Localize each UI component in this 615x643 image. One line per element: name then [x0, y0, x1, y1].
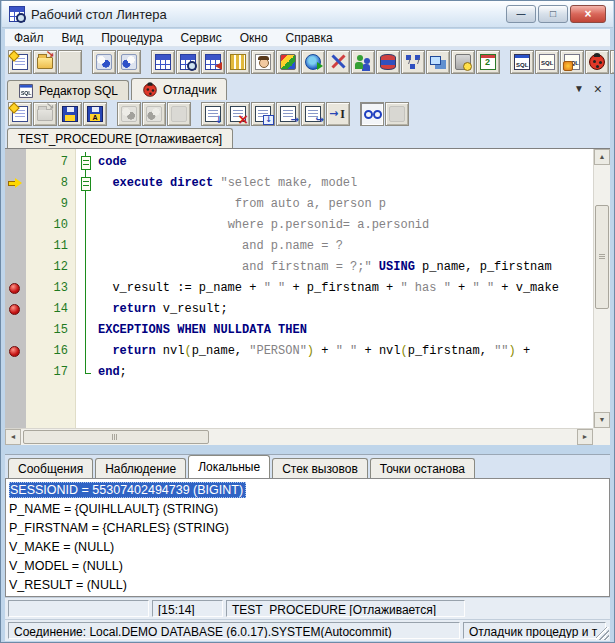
- status-procedure: TEST_PROCEDURE [Отлаживается]: [226, 600, 465, 617]
- code-line: 16 return nvl(p_name, "PERSON") + " " + …: [5, 341, 593, 362]
- users-button[interactable]: [251, 50, 275, 74]
- scroll-down-icon[interactable]: ▼: [594, 412, 610, 428]
- line-marker-cell[interactable]: [5, 341, 26, 362]
- step-into-button[interactable]: [251, 102, 275, 126]
- doc-x-icon: [230, 106, 246, 122]
- menu-item-5[interactable]: Справка: [277, 30, 342, 46]
- stations-button[interactable]: [426, 50, 450, 74]
- table-icon: [155, 54, 171, 70]
- menu-item-3[interactable]: Сервис: [172, 30, 231, 46]
- resize-grip[interactable]: [596, 627, 609, 640]
- tab-sql-editor[interactable]: Редактор SQL: [7, 80, 129, 100]
- finance-button[interactable]: [451, 50, 475, 74]
- scroll-up-icon[interactable]: ▲: [594, 149, 610, 165]
- step-over-button[interactable]: [276, 102, 300, 126]
- step-out-button[interactable]: [301, 102, 325, 126]
- vertical-scrollbar[interactable]: ▲ ▼: [593, 149, 610, 428]
- breakpoint-icon[interactable]: [9, 346, 20, 357]
- main-toolbar: [5, 47, 610, 77]
- line-marker-cell[interactable]: [5, 278, 26, 299]
- line-marker-cell[interactable]: [5, 299, 26, 320]
- network-button[interactable]: [401, 50, 425, 74]
- execute-button[interactable]: [301, 50, 325, 74]
- sql-console-button[interactable]: [535, 50, 559, 74]
- transfer-button[interactable]: [326, 50, 350, 74]
- list-item[interactable]: V_MAKE = (NULL): [6, 538, 609, 557]
- open-button[interactable]: [33, 50, 57, 74]
- fold-marker[interactable]: [76, 341, 96, 362]
- menu-item-1[interactable]: Вид: [53, 30, 93, 46]
- sql-assistant-button[interactable]: [560, 50, 584, 74]
- list-item[interactable]: P_FIRSTNAM = {CHARLES} (STRING): [6, 519, 609, 538]
- views-button[interactable]: [276, 50, 300, 74]
- disconnect-button[interactable]: [117, 50, 141, 74]
- database-button[interactable]: [376, 50, 400, 74]
- list-item[interactable]: P_NAME = {QUIHLLAULT} (STRING): [6, 500, 609, 519]
- run-to-cursor-button[interactable]: [326, 102, 350, 126]
- tab-debugger[interactable]: Отладчик: [131, 78, 227, 100]
- sql-editor-button[interactable]: [510, 50, 534, 74]
- list-item[interactable]: SESSIONID = 55307402494739 (BIGINT): [6, 481, 609, 500]
- breakpoint-icon[interactable]: [9, 304, 20, 315]
- tab-close-icon[interactable]: ×: [594, 82, 602, 96]
- line-marker-cell[interactable]: [5, 173, 26, 194]
- table-search-button[interactable]: [176, 50, 200, 74]
- code-editor[interactable]: 7code8 execute direct "select make, mode…: [5, 148, 610, 445]
- breakpoint-icon[interactable]: [9, 283, 20, 294]
- calendar-button[interactable]: [476, 50, 500, 74]
- new-procedure-button[interactable]: [8, 102, 32, 126]
- save-procedure-button[interactable]: [58, 102, 82, 126]
- connect-button[interactable]: [92, 50, 116, 74]
- locals-list[interactable]: SESSIONID = 55307402494739 (BIGINT)P_NAM…: [5, 478, 610, 597]
- list-item[interactable]: V_RESULT = (NULL): [6, 576, 609, 595]
- fold-marker[interactable]: [76, 278, 96, 299]
- debugger-button[interactable]: [585, 50, 609, 74]
- tab-procedure[interactable]: TEST_PROCEDURE [Отлаживается]: [7, 128, 233, 148]
- tab-list-dropdown-icon[interactable]: ▼: [574, 84, 584, 94]
- fold-marker[interactable]: [76, 173, 96, 194]
- scroll-left-icon[interactable]: ◄: [5, 429, 21, 445]
- watches-button[interactable]: [360, 102, 384, 126]
- fold-marker[interactable]: [76, 236, 96, 257]
- vertical-scroll-thumb[interactable]: [595, 205, 609, 309]
- run-button[interactable]: [201, 102, 225, 126]
- fold-marker[interactable]: [76, 152, 96, 173]
- tab-locals[interactable]: Локальные: [188, 455, 270, 478]
- fold-marker[interactable]: [76, 194, 96, 215]
- fold-marker[interactable]: [76, 362, 96, 383]
- roles-button[interactable]: [351, 50, 375, 74]
- fold-marker[interactable]: [76, 257, 96, 278]
- close-button[interactable]: ×: [570, 5, 606, 23]
- menu-item-2[interactable]: Процедура: [92, 30, 171, 46]
- columns-button[interactable]: [226, 50, 250, 74]
- open-procedure-button: [33, 102, 57, 126]
- tab-watch[interactable]: Наблюдение: [95, 458, 186, 478]
- table-import-button[interactable]: [201, 50, 225, 74]
- table-arrow-icon: [205, 54, 221, 70]
- horizontal-scrollbar[interactable]: ◄ ►: [5, 428, 593, 445]
- menu-item-0[interactable]: Файл: [5, 30, 53, 46]
- scroll-right-icon[interactable]: ►: [577, 429, 593, 445]
- minimize-button[interactable]: —: [506, 5, 536, 23]
- new-document-button[interactable]: [8, 50, 32, 74]
- tables-button[interactable]: [151, 50, 175, 74]
- sql-window-icon: [19, 84, 33, 98]
- tab-breakpoints[interactable]: Точки останова: [370, 458, 475, 478]
- horizontal-scroll-thumb[interactable]: [23, 430, 209, 444]
- line-marker-cell: [5, 257, 26, 278]
- tab-messages[interactable]: Сообщения: [8, 458, 93, 478]
- save-button: [58, 50, 82, 74]
- menu-item-4[interactable]: Окно: [231, 30, 277, 46]
- window-title: Рабочий стол Линтера: [31, 7, 167, 22]
- monitor-button[interactable]: [610, 50, 615, 74]
- fold-marker[interactable]: [76, 299, 96, 320]
- stop-debug-button[interactable]: [226, 102, 250, 126]
- fold-marker[interactable]: [76, 215, 96, 236]
- maximize-button[interactable]: □: [538, 5, 568, 23]
- list-item[interactable]: V_MODEL = (NULL): [6, 557, 609, 576]
- fold-marker[interactable]: [76, 320, 96, 341]
- tab-call-stack[interactable]: Стек вызовов: [272, 458, 368, 478]
- doc-down-box-icon: [255, 106, 271, 122]
- code-lines[interactable]: 7code8 execute direct "select make, mode…: [5, 152, 593, 428]
- save-as-button[interactable]: [83, 102, 107, 126]
